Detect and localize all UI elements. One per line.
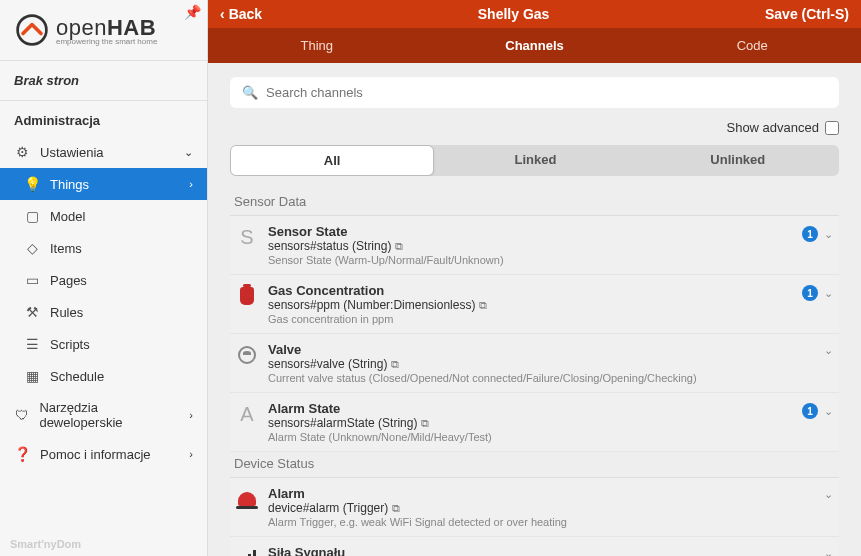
- channel-id: device#alarm (Trigger): [268, 501, 388, 515]
- alarm-icon: [236, 488, 258, 510]
- show-advanced-checkbox[interactable]: [825, 121, 839, 135]
- copy-icon[interactable]: ⧉: [391, 358, 399, 371]
- topbar: ‹ Back Shelly Gas Save (Ctrl-S) Thing Ch…: [208, 0, 861, 63]
- channel-id: sensors#valve (String): [268, 357, 387, 371]
- search-box[interactable]: 🔍: [230, 77, 839, 108]
- sidebar-item-label: Scripts: [50, 337, 90, 352]
- calendar-icon: ▦: [24, 368, 40, 384]
- tab-bar: Thing Channels Code: [208, 28, 861, 63]
- help-icon: ❓: [14, 446, 30, 462]
- channel-desc: Sensor State (Warm-Up/Normal/Fault/Unkno…: [268, 254, 792, 266]
- chevron-right-icon: ›: [189, 409, 193, 421]
- sidebar-item-label: Schedule: [50, 369, 104, 384]
- channel-id: sensors#alarmState (String): [268, 416, 417, 430]
- save-button[interactable]: Save (Ctrl-S): [765, 6, 849, 22]
- copy-icon[interactable]: ⧉: [421, 417, 429, 430]
- chevron-right-icon: ›: [189, 178, 193, 190]
- back-label: Back: [229, 6, 262, 22]
- channel-desc: Alarm Trigger, e.g. weak WiFi Signal det…: [268, 516, 814, 528]
- sidebar-item-things[interactable]: 💡 Things ›: [0, 168, 207, 200]
- shield-icon: 🛡: [14, 407, 29, 423]
- sidebar-item-model[interactable]: ▢ Model: [0, 200, 207, 232]
- page-title: Shelly Gas: [262, 6, 765, 22]
- chevron-down-icon: ⌄: [824, 287, 833, 300]
- sidebar-item-label: Pomoc i informacje: [40, 447, 151, 462]
- channel-desc: Current valve status (Closed/Opened/Not …: [268, 372, 814, 384]
- back-button[interactable]: ‹ Back: [220, 6, 262, 22]
- filter-all[interactable]: All: [230, 145, 434, 176]
- sidebar-item-items[interactable]: ◇ Items: [0, 232, 207, 264]
- main-area: ‹ Back Shelly Gas Save (Ctrl-S) Thing Ch…: [208, 0, 861, 556]
- chevron-left-icon: ‹: [220, 6, 225, 22]
- search-input[interactable]: [266, 85, 827, 100]
- chevron-down-icon: ⌄: [184, 146, 193, 159]
- watermark: Smart'nyDom: [0, 532, 207, 556]
- chevron-down-icon: ⌄: [824, 228, 833, 241]
- sidebar-item-label: Rules: [50, 305, 83, 320]
- sliders-icon: ⚒: [24, 304, 40, 320]
- tag-icon: ◇: [24, 240, 40, 256]
- lightbulb-icon: 💡: [24, 176, 40, 192]
- search-icon: 🔍: [242, 85, 258, 100]
- channel-title: Sensor State: [268, 224, 792, 239]
- chevron-down-icon: ⌄: [824, 488, 833, 501]
- openhab-logo[interactable]: openHAB empowering the smart home: [14, 12, 193, 48]
- sidebar: 📌 openHAB empowering the smart home Brak…: [0, 0, 208, 556]
- sidebar-item-label: Things: [50, 177, 89, 192]
- channel-row-gas-concentration[interactable]: Gas Concentration sensors#ppm (Number:Di…: [230, 275, 839, 334]
- sidebar-item-label: Pages: [50, 273, 87, 288]
- letter-a-icon: A: [236, 403, 258, 425]
- content: 🔍 Show advanced All Linked Unlinked Sens…: [208, 63, 861, 556]
- layout-icon: ▭: [24, 272, 40, 288]
- sidebar-item-schedule[interactable]: ▦ Schedule: [0, 360, 207, 392]
- sidebar-item-label: Ustawienia: [40, 145, 104, 160]
- link-count-badge: 1: [802, 226, 818, 242]
- svg-point-0: [18, 16, 47, 45]
- channel-id: sensors#ppm (Number:Dimensionless): [268, 298, 475, 312]
- pin-icon[interactable]: 📌: [184, 4, 201, 20]
- no-pages-label: Brak stron: [0, 65, 207, 96]
- openhab-logo-icon: [14, 12, 50, 48]
- channel-row-signal-strength[interactable]: Siła Sygnału device#wifiSignal (Number)⧉…: [230, 537, 839, 556]
- logo-subtitle: empowering the smart home: [56, 37, 157, 46]
- letter-s-icon: S: [236, 226, 258, 248]
- copy-icon[interactable]: ⧉: [392, 502, 400, 515]
- sidebar-item-rules[interactable]: ⚒ Rules: [0, 296, 207, 328]
- logo-area: 📌 openHAB empowering the smart home: [0, 0, 207, 56]
- show-advanced-row[interactable]: Show advanced: [230, 120, 839, 135]
- channel-title: Valve: [268, 342, 814, 357]
- filter-unlinked[interactable]: Unlinked: [637, 145, 839, 176]
- group-device-status: Device Status: [230, 452, 839, 478]
- sidebar-item-label: Items: [50, 241, 82, 256]
- channel-desc: Alarm State (Unknown/None/Mild/Heavy/Tes…: [268, 431, 792, 443]
- tab-thing[interactable]: Thing: [208, 28, 426, 63]
- channel-title: Gas Concentration: [268, 283, 792, 298]
- copy-icon[interactable]: ⧉: [479, 299, 487, 312]
- sidebar-item-label: Narzędzia deweloperskie: [39, 400, 179, 430]
- filter-segment: All Linked Unlinked: [230, 145, 839, 176]
- filter-linked[interactable]: Linked: [434, 145, 636, 176]
- chevron-down-icon: ⌄: [824, 344, 833, 357]
- chevron-right-icon: ›: [189, 448, 193, 460]
- channel-row-sensor-state[interactable]: S Sensor State sensors#status (String)⧉ …: [230, 216, 839, 275]
- channel-title: Alarm State: [268, 401, 792, 416]
- gas-cylinder-icon: [236, 285, 258, 307]
- group-sensor-data: Sensor Data: [230, 190, 839, 216]
- channel-row-alarm[interactable]: Alarm device#alarm (Trigger)⧉ Alarm Trig…: [230, 478, 839, 537]
- sidebar-item-pages[interactable]: ▭ Pages: [0, 264, 207, 296]
- sidebar-item-ustawienia[interactable]: ⚙ Ustawienia ⌄: [0, 136, 207, 168]
- channel-title: Alarm: [268, 486, 814, 501]
- link-count-badge: 1: [802, 285, 818, 301]
- tab-channels[interactable]: Channels: [426, 28, 644, 63]
- chevron-down-icon: ⌄: [824, 547, 833, 556]
- copy-icon[interactable]: ⧉: [395, 240, 403, 253]
- sidebar-item-devtools[interactable]: 🛡 Narzędzia deweloperskie ›: [0, 392, 207, 438]
- sidebar-item-scripts[interactable]: ☰ Scripts: [0, 328, 207, 360]
- signal-bars-icon: [236, 547, 258, 556]
- sidebar-item-help[interactable]: ❓ Pomoc i informacje ›: [0, 438, 207, 470]
- channel-row-alarm-state[interactable]: A Alarm State sensors#alarmState (String…: [230, 393, 839, 452]
- sidebar-item-label: Model: [50, 209, 85, 224]
- channel-row-valve[interactable]: Valve sensors#valve (String)⧉ Current va…: [230, 334, 839, 393]
- tab-code[interactable]: Code: [643, 28, 861, 63]
- chevron-down-icon: ⌄: [824, 405, 833, 418]
